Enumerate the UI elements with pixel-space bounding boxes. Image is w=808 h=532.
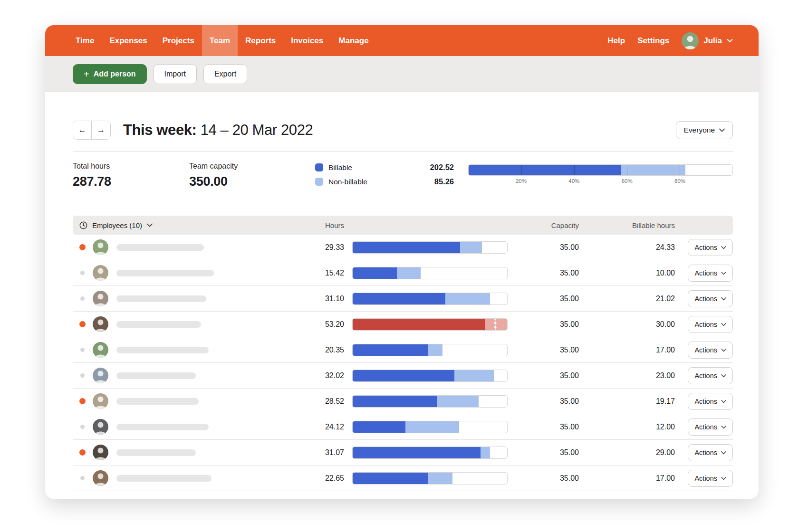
capacity-value: 35.00 xyxy=(508,294,579,303)
capacity-value: 35.00 xyxy=(508,371,579,380)
team-capacity-value: 350.00 xyxy=(189,174,315,189)
actions-button[interactable]: Actions xyxy=(688,239,733,256)
chevron-down-icon xyxy=(721,323,726,326)
capacity-value: 35.00 xyxy=(508,320,579,329)
actions-button[interactable]: Actions xyxy=(688,418,733,436)
actions-label: Actions xyxy=(694,346,717,354)
actions-button[interactable]: Actions xyxy=(688,367,733,384)
actions-button[interactable]: Actions xyxy=(688,316,733,333)
name-placeholder xyxy=(116,244,204,251)
hours-bar xyxy=(352,472,508,484)
chevron-down-icon xyxy=(721,297,726,301)
user-avatar xyxy=(682,32,699,49)
add-person-button[interactable]: + Add person xyxy=(73,64,147,84)
hours-bar xyxy=(352,267,508,279)
status-dot xyxy=(79,321,86,327)
hours-bar xyxy=(352,370,508,382)
name-placeholder xyxy=(116,424,209,430)
actions-label: Actions xyxy=(694,475,717,482)
actions-button[interactable]: Actions xyxy=(688,290,733,307)
name-placeholder xyxy=(116,321,201,328)
actions-label: Actions xyxy=(694,269,717,277)
actions-label: Actions xyxy=(694,321,717,328)
actions-button[interactable]: Actions xyxy=(688,470,733,487)
hours-bar xyxy=(352,241,508,254)
tick-label: 40% xyxy=(568,178,579,184)
nav-tab-expenses[interactable]: Expenses xyxy=(102,25,154,56)
billable-value: 21.02 xyxy=(579,294,675,303)
actions-label: Actions xyxy=(694,372,717,380)
hours-value: 53.20 xyxy=(301,320,344,329)
help-link[interactable]: Help xyxy=(607,36,625,46)
over-capacity-bar xyxy=(352,318,508,331)
chevron-down-icon xyxy=(721,348,726,352)
hours-column-header: Hours xyxy=(301,221,344,229)
person-icon xyxy=(93,291,108,306)
avatar xyxy=(93,342,108,358)
nav-tab-invoices[interactable]: Invoices xyxy=(283,25,331,56)
hours-bar xyxy=(352,293,508,305)
nav-tab-reports[interactable]: Reports xyxy=(238,25,283,56)
import-button[interactable]: Import xyxy=(154,64,197,84)
nav-tab-projects[interactable]: Projects xyxy=(155,25,202,56)
app-window: Time Expenses Projects Team Reports Invo… xyxy=(45,25,759,499)
previous-week-button[interactable]: ← xyxy=(73,121,92,139)
chevron-down-icon xyxy=(721,399,726,403)
capacity-value: 35.00 xyxy=(508,243,579,252)
user-menu[interactable]: Julia xyxy=(682,32,733,49)
export-button[interactable]: Export xyxy=(203,64,247,84)
actions-button[interactable]: Actions xyxy=(688,444,733,461)
nav-tab-manage[interactable]: Manage xyxy=(331,25,376,56)
page-title-prefix: This week: xyxy=(123,122,197,138)
employees-header-label: Employees (10) xyxy=(92,221,142,229)
status-dot xyxy=(80,425,85,429)
status-dot xyxy=(80,373,85,378)
nonbillable-swatch xyxy=(315,178,323,186)
page-title: This week: 14 – 20 Mar 2022 xyxy=(123,122,313,139)
capacity-value: 35.00 xyxy=(508,448,579,457)
billable-label: Billable xyxy=(328,163,352,172)
actions-button[interactable]: Actions xyxy=(688,342,733,359)
name-placeholder xyxy=(116,347,209,353)
person-icon xyxy=(93,239,108,255)
status-dot xyxy=(79,244,86,250)
actions-label: Actions xyxy=(694,244,717,251)
person-icon xyxy=(93,470,108,486)
next-week-button[interactable]: → xyxy=(92,121,110,139)
hours-bar xyxy=(352,421,508,433)
chevron-down-icon xyxy=(721,374,726,378)
nav-tab-time[interactable]: Time xyxy=(68,25,102,56)
capacity-value: 35.00 xyxy=(508,269,579,277)
person-icon xyxy=(93,316,108,332)
team-capacity-stat: Team capacity 350.00 xyxy=(189,162,315,189)
capacity-value: 35.00 xyxy=(508,346,579,354)
chevron-down-icon xyxy=(721,271,726,275)
chevron-down-icon xyxy=(721,246,726,249)
everyone-filter-dropdown[interactable]: Everyone xyxy=(676,121,733,139)
table-header: Employees (10) Hours Capacity Billable h… xyxy=(73,216,733,235)
employees-header-dropdown[interactable]: Employees (10) xyxy=(73,221,301,229)
hours-bar xyxy=(352,344,508,356)
settings-link[interactable]: Settings xyxy=(637,36,669,46)
person-icon xyxy=(93,265,108,281)
table-row: 29.33 35.00 24.33 Actions xyxy=(73,235,733,260)
total-hours-stat: Total hours 287.78 xyxy=(73,162,189,189)
billable-legend: Billable 202.52 Non-billable 85.26 xyxy=(315,162,454,186)
hours-value: 28.52 xyxy=(301,397,344,406)
billable-value: 30.00 xyxy=(579,320,675,329)
status-dot xyxy=(79,449,86,456)
billable-value: 12.00 xyxy=(579,423,675,431)
actions-label: Actions xyxy=(694,398,717,405)
hours-value: 15.42 xyxy=(301,269,344,277)
actions-button[interactable]: Actions xyxy=(688,393,733,410)
nav-tab-team[interactable]: Team xyxy=(202,25,238,56)
name-placeholder xyxy=(116,398,199,405)
table-row: 15.42 35.00 10.00 Actions xyxy=(73,260,733,286)
table-row: 24.12 35.00 12.00 Actions xyxy=(73,414,733,440)
team-capacity-bar: 20% 40% 60% 80% xyxy=(468,162,733,176)
actions-button[interactable]: Actions xyxy=(688,265,733,282)
billable-value: 23.00 xyxy=(579,371,675,380)
person-icon xyxy=(93,342,108,358)
table-row: 20.35 35.00 17.00 Actions xyxy=(73,337,733,363)
chevron-down-icon xyxy=(721,425,726,429)
